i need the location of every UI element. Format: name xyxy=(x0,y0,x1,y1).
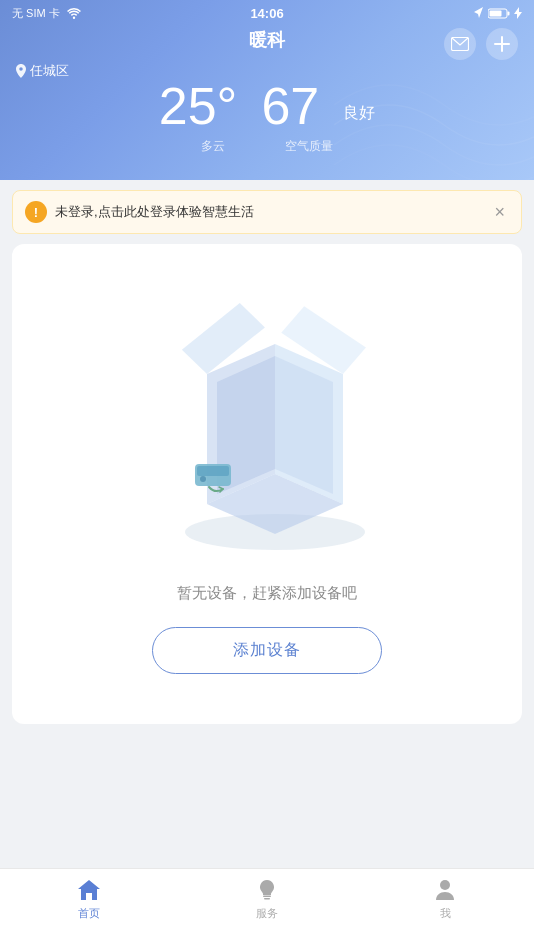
empty-state-text: 暂无设备，赶紧添加设备吧 xyxy=(177,584,357,603)
aqi-label: 空气质量 xyxy=(285,138,333,155)
svg-rect-15 xyxy=(263,896,271,898)
add-device-button[interactable]: 添加设备 xyxy=(152,627,382,674)
profile-tab-icon xyxy=(432,877,458,903)
aqi-block: 67 xyxy=(261,80,319,132)
status-bar: 无 SIM 卡 14:06 xyxy=(0,0,534,26)
profile-icon xyxy=(434,878,456,902)
notification-text: 未登录,点击此处登录体验智慧生活 xyxy=(55,203,482,221)
status-right-icons xyxy=(474,7,522,19)
mail-button[interactable] xyxy=(444,28,476,60)
svg-rect-2 xyxy=(508,11,510,15)
svg-point-14 xyxy=(200,476,206,482)
charging-icon xyxy=(514,7,522,19)
notification-banner[interactable]: ! 未登录,点击此处登录体验智慧生活 × xyxy=(12,190,522,234)
location-row: 任城区 xyxy=(16,62,69,80)
profile-tab-label: 我 xyxy=(440,906,451,921)
svg-rect-1 xyxy=(490,10,502,16)
aqi-label-item: 空气质量 xyxy=(285,138,333,155)
carrier-text: 无 SIM 卡 xyxy=(12,6,81,21)
battery-icon xyxy=(488,8,510,19)
air-quality-label: 良好 xyxy=(343,103,375,124)
location-text: 任城区 xyxy=(30,62,69,80)
condition-item: 多云 xyxy=(201,138,225,155)
location-arrow-icon xyxy=(474,7,484,19)
app-title: 暖科 xyxy=(249,28,285,52)
tab-home[interactable]: 首页 xyxy=(0,877,178,921)
temperature-display: 25° xyxy=(159,80,238,132)
aqi-number: 67 xyxy=(261,80,319,132)
tab-bar: 首页 服务 我 xyxy=(0,868,534,950)
header-actions xyxy=(444,28,518,60)
weather-row: 25° 67 良好 xyxy=(0,80,534,132)
home-icon xyxy=(77,879,101,901)
tab-profile[interactable]: 我 xyxy=(356,877,534,921)
mail-icon xyxy=(451,37,469,51)
add-button[interactable] xyxy=(486,28,518,60)
condition-value: 多云 xyxy=(201,138,225,155)
svg-rect-13 xyxy=(197,466,229,476)
home-tab-label: 首页 xyxy=(78,906,100,921)
main-content-card: 暂无设备，赶紧添加设备吧 添加设备 xyxy=(12,244,522,724)
location-pin-icon xyxy=(16,64,26,78)
service-tab-label: 服务 xyxy=(256,906,278,921)
notification-close-button[interactable]: × xyxy=(490,202,509,223)
wifi-icon xyxy=(67,8,81,19)
service-icon xyxy=(256,878,278,902)
box-illustration-svg xyxy=(127,274,407,574)
header-hero: 暖科 任城区 25° 67 良好 多云 xyxy=(0,0,534,180)
tab-service[interactable]: 服务 xyxy=(178,877,356,921)
home-tab-icon xyxy=(76,877,102,903)
add-icon xyxy=(494,36,510,52)
notification-warning-icon: ! xyxy=(25,201,47,223)
empty-state-illustration xyxy=(28,264,506,584)
svg-rect-16 xyxy=(264,898,270,900)
service-tab-icon xyxy=(254,877,280,903)
svg-point-17 xyxy=(440,880,450,890)
status-time: 14:06 xyxy=(250,6,283,21)
weather-sub-row: 多云 空气质量 xyxy=(0,138,534,155)
